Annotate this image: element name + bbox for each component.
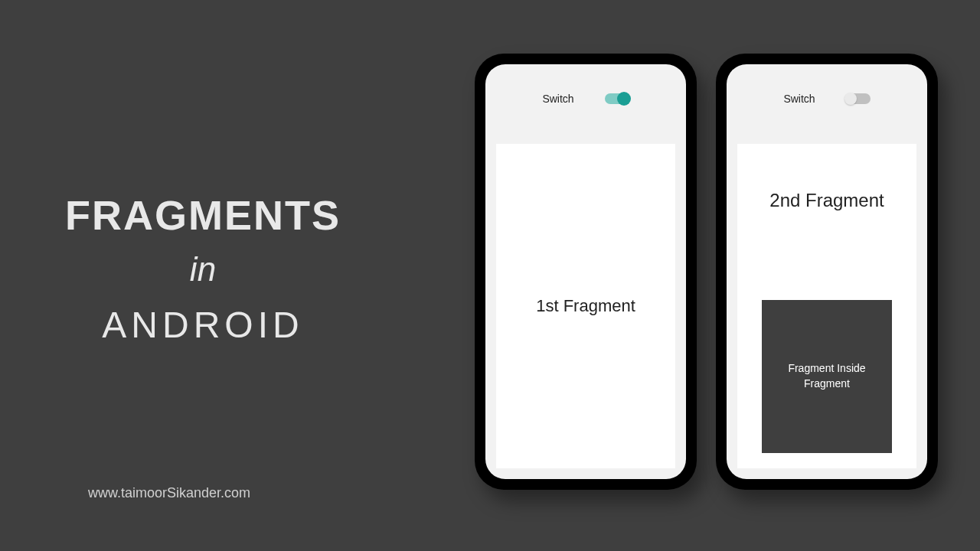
- phone-screen-2: Switch 2nd Fragment Fragment Inside Frag…: [727, 64, 927, 479]
- footer-url: www.taimoorSikander.com: [88, 485, 250, 501]
- title-fragments: FRAGMENTS: [65, 191, 341, 239]
- fragment-1-text: 1st Fragment: [536, 296, 635, 316]
- phones-container: Switch 1st Fragment Switch 2nd Fragment …: [475, 54, 938, 490]
- switch-toggle[interactable]: [846, 93, 871, 104]
- phone-body-1: 1st Fragment: [485, 133, 686, 479]
- phone-header-2: Switch: [727, 64, 927, 133]
- phone-mockup-1: Switch 1st Fragment: [475, 54, 697, 490]
- title-in: in: [65, 250, 341, 289]
- phone-body-2: 2nd Fragment Fragment Inside Fragment: [727, 133, 927, 479]
- phone-mockup-2: Switch 2nd Fragment Fragment Inside Frag…: [716, 54, 938, 490]
- fragment-container-2: 2nd Fragment Fragment Inside Fragment: [737, 144, 916, 468]
- phone-header-1: Switch: [485, 64, 686, 133]
- switch-label: Switch: [783, 93, 815, 105]
- fragment-container-1: 1st Fragment: [496, 144, 675, 468]
- switch-label: Switch: [542, 93, 573, 105]
- fragment-2-text: 2nd Fragment: [769, 190, 884, 211]
- phone-screen-1: Switch 1st Fragment: [485, 64, 686, 479]
- title-block: FRAGMENTS in ANDROID: [65, 191, 341, 346]
- nested-fragment-text: Fragment Inside Fragment: [773, 361, 880, 391]
- nested-fragment: Fragment Inside Fragment: [762, 300, 892, 453]
- title-android: ANDROID: [65, 304, 341, 346]
- switch-toggle[interactable]: [605, 93, 629, 104]
